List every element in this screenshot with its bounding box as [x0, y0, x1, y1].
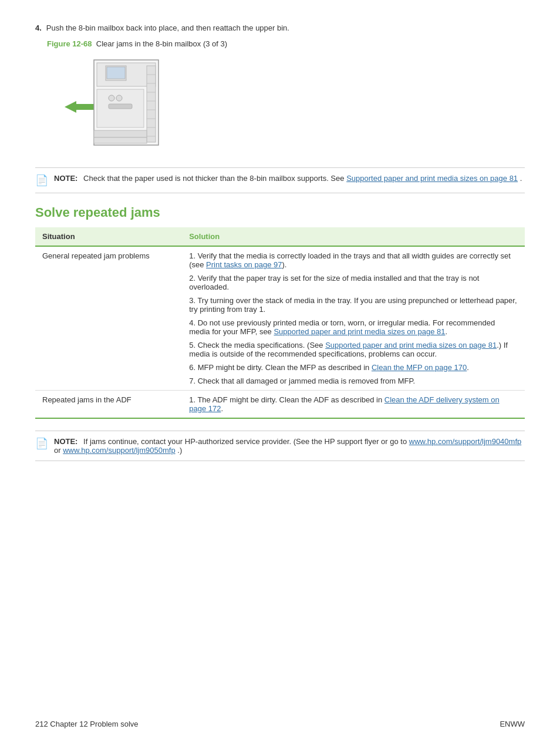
svg-rect-14	[94, 130, 147, 137]
svg-marker-0	[65, 101, 94, 113]
svg-rect-19	[109, 104, 132, 109]
note-2-content: NOTE: If jams continue, contact your HP-…	[54, 437, 525, 455]
link-print-tasks[interactable]: Print tasks on page 97	[206, 260, 282, 269]
solution-para-6: 6. MFP might be dirty. Clean the MFP as …	[189, 363, 518, 372]
solution-para-adf-1: 1. The ADF might be dirty. Clean the ADF…	[189, 395, 518, 413]
figure-container: Figure 12-68 Clear jams in the 8-bin mai…	[47, 39, 525, 156]
svg-rect-5	[147, 66, 156, 142]
link-supported-paper-2[interactable]: Supported paper and print media sizes on…	[325, 341, 497, 350]
svg-point-18	[116, 95, 122, 101]
printer-illustration	[59, 48, 525, 156]
solution-cell-1: 1. Verify that the media is correctly lo…	[182, 246, 525, 391]
step-text: Push the 8-bin mailbox back into place, …	[46, 23, 525, 32]
solution-para-1: 1. Verify that the media is correctly lo…	[189, 251, 518, 269]
solution-para-5: 5. Check the media specifications. (See …	[189, 341, 518, 358]
col-solution-header: Solution	[182, 227, 525, 246]
page-footer: 212 Chapter 12 Problem solve ENWW	[35, 720, 525, 728]
step-number: 4.	[35, 23, 42, 32]
note-1-content: NOTE: Check that the paper used is not t…	[54, 174, 522, 183]
link-clean-mfp[interactable]: Clean the MFP on page 170	[372, 363, 467, 372]
note-1: 📄 NOTE: Check that the paper used is not…	[35, 167, 525, 193]
link-clean-adf[interactable]: Clean the ADF delivery system on page 17…	[189, 395, 499, 413]
table-row: General repeated jam problems 1. Verify …	[35, 246, 525, 391]
svg-point-17	[109, 95, 114, 101]
note1-link[interactable]: Supported paper and print media sizes on…	[346, 174, 518, 183]
link-supported-paper-1[interactable]: Supported paper and print media sizes on…	[274, 327, 445, 336]
footer-right: ENWW	[500, 720, 525, 728]
link-hp-support-2[interactable]: www.hp.com/support/ljm9050mfp	[63, 446, 175, 455]
step-4: 4. Push the 8-bin mailbox back into plac…	[35, 23, 525, 32]
col-situation-header: Situation	[35, 227, 182, 246]
note-icon-2: 📄	[35, 437, 48, 450]
table-row: Repeated jams in the ADF 1. The ADF migh…	[35, 391, 525, 419]
solution-para-2: 2. Verify that the paper tray is set for…	[189, 274, 518, 291]
section-title: Solve repeated jams	[35, 205, 525, 220]
note-2: 📄 NOTE: If jams continue, contact your H…	[35, 431, 525, 461]
link-hp-support-1[interactable]: www.hp.com/support/ljm9040mfp	[409, 437, 521, 446]
solution-para-4: 4. Do not use previously printed media o…	[189, 318, 518, 336]
svg-rect-4	[107, 67, 125, 79]
svg-rect-15	[94, 137, 147, 143]
solve-table: Situation Solution General repeated jam …	[35, 227, 525, 419]
footer-left: 212 Chapter 12 Problem solve	[35, 720, 139, 728]
solution-cell-2: 1. The ADF might be dirty. Clean the ADF…	[182, 391, 525, 419]
figure-label-text: Figure 12-68 Clear jams in the 8-bin mai…	[47, 39, 227, 48]
printer-svg	[59, 48, 176, 154]
table-header-row: Situation Solution	[35, 227, 525, 246]
solution-para-3: 3. Try turning over the stack of media i…	[189, 296, 518, 314]
situation-cell-1: General repeated jam problems	[35, 246, 182, 391]
solution-para-7: 7. Check that all damaged or jammed medi…	[189, 377, 518, 385]
note-icon-1: 📄	[35, 174, 48, 187]
situation-cell-2: Repeated jams in the ADF	[35, 391, 182, 419]
figure-label: Figure 12-68 Clear jams in the 8-bin mai…	[47, 39, 525, 48]
